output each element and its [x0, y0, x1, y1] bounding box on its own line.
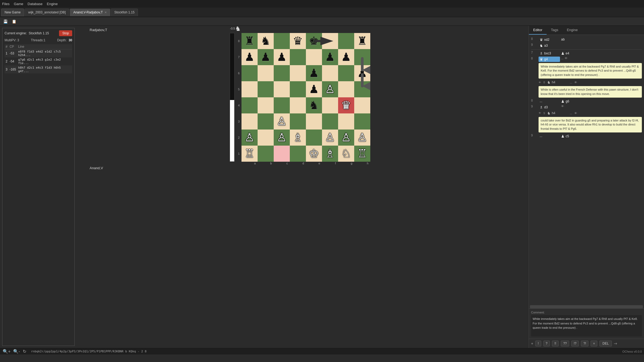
square-g8[interactable] — [338, 33, 354, 49]
tab-editor[interactable]: Editor — [529, 26, 547, 35]
square-h3[interactable] — [354, 113, 370, 130]
square-f5[interactable]: ♙ — [322, 81, 338, 97]
tab-tags[interactable]: Tags — [547, 26, 562, 35]
square-c6[interactable] — [274, 65, 290, 81]
moves-panel[interactable]: 8 ♛xd2 ab 9 ♞a3 7 — [529, 35, 644, 305]
square-f4[interactable] — [322, 97, 338, 113]
square-h6[interactable]: ♟ — [354, 65, 370, 81]
square-g7[interactable]: ♟ — [338, 49, 354, 65]
menu-database[interactable]: Database — [28, 2, 43, 6]
tab-stockfish[interactable]: Stockfish 1.15 — [111, 9, 138, 16]
menu-engine[interactable]: Engine — [47, 2, 58, 6]
square-e5[interactable]: ♟ — [306, 81, 322, 97]
ann-question-exclaim[interactable]: ?! — [581, 341, 588, 346]
square-e4[interactable]: ♞ — [306, 97, 322, 113]
square-a5[interactable] — [241, 81, 258, 97]
square-a4[interactable] — [241, 97, 258, 113]
square-h7[interactable] — [354, 49, 370, 65]
square-b3[interactable] — [258, 113, 274, 130]
square-c5[interactable] — [274, 81, 290, 97]
current-move[interactable]: ♛g4 — [539, 57, 560, 62]
menu-files[interactable]: Files — [2, 2, 9, 6]
ann-equal[interactable]: = — [591, 341, 597, 346]
ann-question[interactable]: ? — [543, 341, 550, 346]
square-d6[interactable] — [290, 65, 306, 81]
square-g3[interactable] — [338, 113, 354, 130]
square-a8[interactable]: ♜ — [241, 33, 258, 49]
square-a6[interactable] — [241, 65, 258, 81]
zoom-out-btn[interactable]: 🔍- — [13, 349, 20, 354]
square-h5[interactable] — [354, 81, 370, 97]
square-g5[interactable] — [338, 81, 354, 97]
square-c1[interactable] — [274, 146, 290, 162]
square-b5[interactable] — [258, 81, 274, 97]
square-e7[interactable] — [306, 49, 322, 65]
square-e2[interactable] — [306, 130, 322, 146]
square-d2[interactable]: ♗ — [290, 130, 306, 146]
square-b2[interactable] — [258, 130, 274, 146]
square-f7[interactable]: ♟ — [322, 49, 338, 65]
square-a3[interactable] — [241, 113, 258, 130]
square-h1[interactable]: ♖ — [354, 146, 370, 162]
square-d3[interactable] — [290, 113, 306, 130]
tab-wijk[interactable]: wijk_2003_annotated [DB] — [25, 9, 69, 16]
save-icon[interactable]: 💾 — [2, 18, 9, 25]
del-button[interactable]: DEL — [599, 341, 612, 346]
comment-text[interactable]: White immediately takes aim at the backw… — [531, 315, 642, 337]
square-e8[interactable]: ♚ — [306, 33, 322, 49]
square-h8[interactable]: ♜ — [354, 33, 370, 49]
square-c3[interactable]: ♙ — [274, 113, 290, 130]
square-d5[interactable] — [290, 81, 306, 97]
ann-minus-btn[interactable]: + — [531, 341, 533, 346]
refresh-btn[interactable]: ↻ — [22, 349, 27, 354]
square-c4[interactable] — [274, 97, 290, 113]
engine-row[interactable]: 3-165h8h7 d2c1 e4c3 f1d3 h6h5 g4f... — [5, 65, 72, 73]
square-c2[interactable]: ♙ — [274, 130, 290, 146]
square-b4[interactable] — [258, 97, 274, 113]
tab-engine[interactable]: Engine — [562, 26, 582, 35]
ann-exclaim[interactable]: ! — [535, 341, 541, 346]
chess-board[interactable]: ♜♞♛♚♜♟♟♟♟♟♟♟♟♙♞♛♙♙♙♗♙♙♙♖♔♗♘♖ — [241, 33, 370, 162]
ann-double-exclaim[interactable]: !! — [552, 341, 559, 346]
square-e3[interactable] — [306, 113, 322, 130]
engine-row[interactable]: 1-53e8f8 f1d3 e4d2 e1d2 c7c5 h2h4... — [5, 49, 72, 58]
copy-icon[interactable]: 📋 — [11, 18, 17, 25]
square-h4[interactable] — [354, 97, 370, 113]
zoom-in-btn[interactable]: 🔍+ — [2, 349, 11, 354]
square-e1[interactable]: ♔ — [306, 146, 322, 162]
stop-button[interactable]: Stop — [59, 30, 72, 36]
square-f3[interactable] — [322, 113, 338, 130]
square-g1[interactable]: ♘ — [338, 146, 354, 162]
square-a7[interactable]: ♟ — [241, 49, 258, 65]
square-d1[interactable] — [290, 146, 306, 162]
ann-double-question[interactable]: ?? — [561, 341, 569, 346]
tab-anand-radjabov[interactable]: Anand,V-Radjabov,T ✕ — [70, 9, 110, 16]
square-f8[interactable] — [322, 33, 338, 49]
ann-exclaim-question[interactable]: !? — [571, 341, 579, 346]
square-f1[interactable]: ♗ — [322, 146, 338, 162]
engine-row[interactable]: 2-54g7g6 d2c1 e4c3 g1e2 c3e2 f1e... — [5, 57, 72, 65]
menu-game[interactable]: Game — [14, 2, 23, 6]
square-f2[interactable]: ♙ — [322, 130, 338, 146]
square-d4[interactable] — [290, 97, 306, 113]
square-b1[interactable] — [258, 146, 274, 162]
square-d7[interactable] — [290, 49, 306, 65]
square-c7[interactable]: ♟ — [274, 49, 290, 65]
square-d8[interactable]: ♛ — [290, 33, 306, 49]
square-g4[interactable]: ♛ — [338, 97, 354, 113]
square-h2[interactable]: ♙ — [354, 130, 370, 146]
square-e6[interactable]: ♟ — [306, 65, 322, 81]
ann-plus-btn[interactable]: -+ — [614, 341, 617, 346]
square-a1[interactable]: ♖ — [241, 146, 258, 162]
tab-new-game[interactable]: New Game — [1, 9, 24, 16]
square-b8[interactable]: ♞ — [258, 33, 274, 49]
square-f6[interactable] — [322, 65, 338, 81]
square-b6[interactable] — [258, 65, 274, 81]
square-a2[interactable]: ♙ — [241, 130, 258, 146]
square-c8[interactable] — [274, 33, 290, 49]
right-panel: Editor Tags Engine 8 ♛xd2 ab 9 ♞a3 — [529, 26, 644, 348]
square-g2[interactable]: ♙ — [338, 130, 354, 146]
tab-close-icon[interactable]: ✕ — [104, 11, 107, 14]
square-b7[interactable]: ♟ — [258, 49, 274, 65]
square-g6[interactable] — [338, 65, 354, 81]
